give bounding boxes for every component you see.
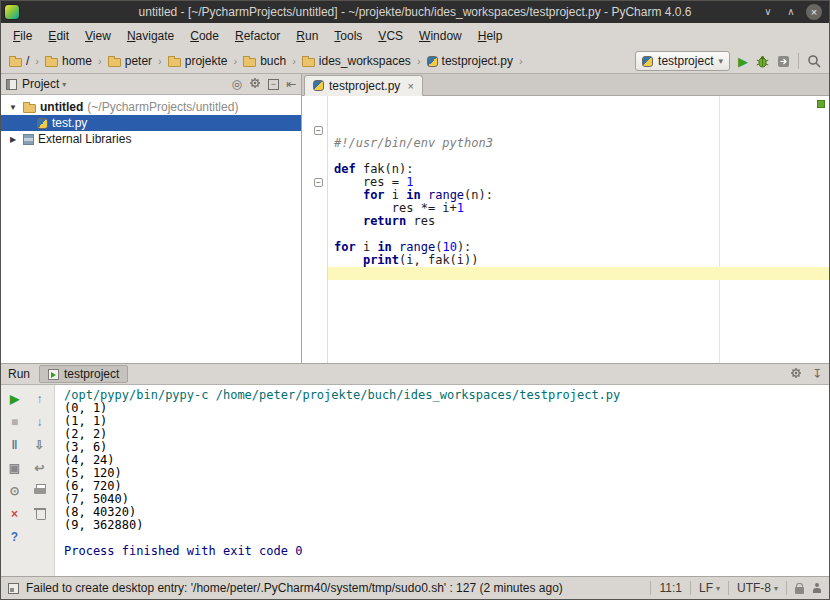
- print-button[interactable]: [31, 483, 49, 499]
- collapse-all-icon[interactable]: −: [268, 79, 279, 90]
- title-bar[interactable]: untitled - [~/PycharmProjects/untitled] …: [1, 1, 829, 23]
- status-right: 11:1 LF ▾ UTF-8 ▾: [650, 581, 822, 595]
- menu-help[interactable]: Help: [470, 25, 511, 47]
- caret-position[interactable]: 11:1: [659, 581, 681, 595]
- restore-layout-button[interactable]: ▣: [6, 460, 24, 476]
- toolbar-separator: [798, 53, 799, 69]
- console-icon: [48, 369, 59, 380]
- chevron-expanded-icon[interactable]: ▼: [7, 103, 19, 112]
- project-tree: ▼ untitled (~/PycharmProjects/untitled) …: [1, 95, 301, 363]
- maximize-button[interactable]: ∧: [783, 4, 799, 20]
- breadcrumb-item[interactable]: /: [9, 54, 29, 68]
- menu-tools[interactable]: Tools: [326, 25, 370, 47]
- menu-navigate[interactable]: Navigate: [119, 25, 182, 47]
- gear-icon[interactable]: [790, 367, 802, 382]
- menu-refactor[interactable]: Refactor: [227, 25, 288, 47]
- code-line-1[interactable]: #!/usr/bin/env python3: [334, 137, 829, 150]
- breadcrumb-item[interactable]: ides_workspaces: [302, 54, 411, 68]
- gear-icon[interactable]: [249, 77, 261, 92]
- tab-testproject-py[interactable]: testproject.py ×: [304, 75, 423, 96]
- debug-icon[interactable]: [756, 55, 769, 68]
- run-tab-testproject[interactable]: testproject: [39, 365, 128, 383]
- window-title: untitled - [~/PycharmProjects/untitled] …: [1, 5, 829, 19]
- project-panel-header: Project ▾ ◎ − ⇤: [1, 74, 301, 95]
- pin-button[interactable]: ⊙: [6, 483, 24, 499]
- hide-panel-icon[interactable]: ⇤: [286, 77, 296, 91]
- help-button[interactable]: ?: [6, 529, 24, 545]
- fold-bottom-icon[interactable]: −: [314, 178, 323, 187]
- console-output[interactable]: /opt/pypy/bin/pypy-c /home/peter/projekt…: [55, 385, 829, 576]
- down-stack-button[interactable]: ↓: [31, 414, 49, 430]
- pycharm-window: untitled - [~/PycharmProjects/untitled] …: [0, 0, 830, 600]
- hide-panel-icon[interactable]: ↧: [812, 367, 822, 381]
- rerun-button[interactable]: ▶: [6, 391, 24, 407]
- status-message[interactable]: Failed to create desktop entry: '/home/p…: [26, 581, 563, 595]
- chevron-right-icon: ›: [35, 55, 39, 67]
- breadcrumb-item[interactable]: peter: [108, 54, 152, 68]
- search-icon[interactable]: [807, 54, 821, 68]
- folder-icon: [9, 58, 22, 67]
- pause-button[interactable]: ‖: [6, 437, 24, 453]
- breadcrumb-item[interactable]: testproject.py: [427, 54, 513, 68]
- menu-code[interactable]: Code: [182, 25, 227, 47]
- coverage-icon[interactable]: [777, 55, 790, 68]
- run-button[interactable]: ▶: [738, 55, 748, 68]
- folder-icon: [168, 58, 181, 67]
- tree-item-external-libraries[interactable]: ▶ External Libraries: [1, 131, 301, 147]
- tree-item-project-root[interactable]: ▼ untitled (~/PycharmProjects/untitled): [1, 99, 301, 115]
- minimize-button[interactable]: ∨: [760, 4, 776, 20]
- chevron-collapsed-icon[interactable]: ▶: [7, 135, 19, 144]
- menu-vcs[interactable]: VCS: [370, 25, 411, 47]
- hector-inspector-icon[interactable]: [812, 583, 822, 594]
- stop-button[interactable]: ■: [6, 414, 24, 430]
- close-button[interactable]: ×: [6, 506, 24, 522]
- main-toolbar: /›home›peter›projekte›buch›ides_workspac…: [1, 49, 829, 74]
- locate-icon[interactable]: ◎: [231, 77, 241, 91]
- run-panel-title: Run: [8, 367, 30, 381]
- close-button[interactable]: ×: [806, 4, 822, 20]
- encoding-label: UTF-8: [737, 581, 771, 595]
- menu-bar: FileEditViewNavigateCodeRefactorRunTools…: [1, 23, 829, 49]
- code-line-11[interactable]: [328, 267, 829, 280]
- menu-file[interactable]: File: [5, 25, 40, 47]
- breadcrumb-item[interactable]: projekte: [168, 54, 228, 68]
- fold-top-icon[interactable]: −: [314, 126, 323, 135]
- breadcrumb-item[interactable]: buch: [243, 54, 286, 68]
- project-root-label: untitled: [40, 100, 83, 114]
- soft-wrap-button[interactable]: ↩: [31, 460, 49, 476]
- statusbar-separator: [650, 581, 651, 595]
- menu-run[interactable]: Run: [288, 25, 326, 47]
- project-view-selector[interactable]: Project ▾: [22, 77, 66, 91]
- code-line-10[interactable]: print(i, fak(i)): [334, 254, 829, 267]
- scroll-to-end-button[interactable]: ⇩: [31, 437, 49, 453]
- inspection-indicator[interactable]: [817, 100, 825, 108]
- run-tool-window: Run testproject ↧ ▶■‖▣⊙×? ↑↓⇩↩ /opt/pypy…: [1, 363, 829, 576]
- editor-tab-bar: testproject.py ×: [302, 74, 829, 96]
- close-tab-icon[interactable]: ×: [407, 80, 413, 92]
- lock-icon[interactable]: [795, 587, 804, 594]
- chevron-down-icon: ▾: [774, 584, 778, 593]
- encoding-select[interactable]: UTF-8 ▾: [737, 581, 778, 595]
- code-editor[interactable]: −− #!/usr/bin/env python3def fak(n): res…: [302, 96, 829, 363]
- tree-item-test-py[interactable]: test.py: [1, 115, 301, 131]
- menu-window[interactable]: Window: [411, 25, 470, 47]
- breadcrumb-label: home: [62, 54, 92, 68]
- clear-button[interactable]: [31, 506, 49, 522]
- editor-area: testproject.py × −− #!/usr/bin/env pytho…: [302, 74, 829, 363]
- code-line-7[interactable]: return res: [334, 215, 829, 228]
- up-stack-button[interactable]: ↑: [31, 391, 49, 407]
- toolwindow-toggle-icon[interactable]: [8, 583, 19, 594]
- line-separator-select[interactable]: LF ▾: [699, 581, 720, 595]
- code-area[interactable]: #!/usr/bin/env python3def fak(n): res = …: [328, 96, 829, 363]
- menu-edit[interactable]: Edit: [40, 25, 77, 47]
- breadcrumb-item[interactable]: home: [45, 54, 92, 68]
- chevron-right-icon: ›: [233, 55, 237, 67]
- statusbar-separator: [728, 581, 729, 595]
- chevron-right-icon: ›: [519, 55, 523, 67]
- pycharm-logo-icon: [4, 4, 20, 20]
- menu-view[interactable]: View: [77, 25, 119, 47]
- run-config-select[interactable]: testproject ▾: [635, 51, 730, 71]
- project-root-path: (~/PycharmProjects/untitled): [87, 100, 238, 114]
- console-line: (9, 362880): [64, 519, 820, 532]
- breadcrumb: /›home›peter›projekte›buch›ides_workspac…: [9, 54, 523, 68]
